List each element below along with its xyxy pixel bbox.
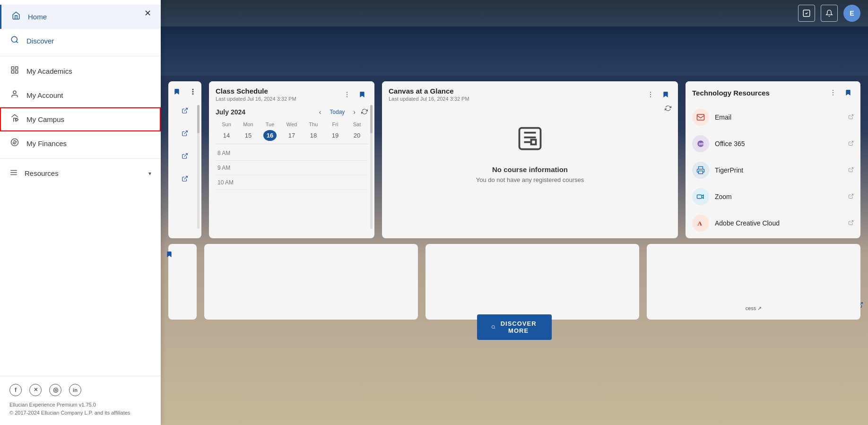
sidebar-item-finances-label: My Finances: [26, 139, 67, 147]
canvas-bookmark-btn[interactable]: [660, 89, 671, 100]
time-10am: 10 AM: [216, 175, 368, 190]
svg-rect-4: [16, 67, 18, 69]
class-schedule-subtitle: Last updated Jul 16, 2024 3:32 PM: [216, 96, 341, 102]
svg-point-46: [492, 326, 495, 329]
svg-point-13: [192, 89, 193, 90]
svg-line-35: [851, 141, 853, 144]
svg-line-32: [851, 114, 853, 117]
class-schedule-title: Class Schedule: [216, 87, 341, 95]
svg-line-37: [851, 167, 853, 170]
tech-more-btn[interactable]: [827, 87, 839, 98]
external-link-icon-4[interactable]: [179, 173, 191, 184]
sidebar-item-finances[interactable]: My Finances: [0, 131, 161, 156]
canvas-refresh-btn[interactable]: [665, 105, 671, 113]
sidebar-item-home[interactable]: Home: [0, 5, 161, 29]
resources-label: Resources: [25, 169, 59, 177]
tech-item-tigerprint[interactable]: TigerPrint: [686, 157, 860, 183]
svg-line-41: [851, 220, 853, 223]
bookmark-btn[interactable]: [356, 89, 368, 100]
cal-20[interactable]: 20: [350, 130, 364, 141]
linkedin-icon[interactable]: in: [69, 384, 81, 396]
time-10am-label: 10 AM: [217, 179, 234, 186]
card-row2-2: [425, 244, 639, 320]
partial-card-left: [168, 81, 201, 238]
external-link-icon-2[interactable]: [179, 128, 191, 139]
cal-refresh-btn[interactable]: [361, 108, 368, 116]
sidebar-item-discover[interactable]: Discover: [0, 29, 161, 53]
sidebar-item-academics-label: My Academics: [26, 67, 72, 75]
cal-today-btn[interactable]: Today: [327, 108, 347, 116]
tech-bookmark-btn[interactable]: [842, 87, 854, 98]
tech-item-email[interactable]: Email: [686, 104, 860, 130]
divider-1: [0, 56, 161, 56]
more-options-btn[interactable]: [341, 89, 353, 100]
scrollbar[interactable]: [197, 105, 200, 229]
office365-external-icon: [848, 140, 854, 147]
facebook-icon[interactable]: f: [9, 384, 22, 396]
svg-point-8: [16, 119, 18, 121]
cal-18[interactable]: 18: [307, 130, 320, 141]
sidebar-item-account[interactable]: My Account: [0, 83, 161, 107]
svg-rect-3: [11, 67, 14, 69]
svg-point-15: [192, 94, 193, 95]
sidebar-item-resources[interactable]: Resources ▾: [0, 162, 161, 185]
social-icons: f ✕ ◎ in: [9, 384, 151, 396]
discover-more-button[interactable]: DISCOVER MORE: [477, 314, 552, 340]
day-sat: Sat: [346, 121, 368, 128]
svg-rect-31: [697, 114, 704, 120]
zoom-external-icon: [848, 193, 854, 200]
svg-point-1: [11, 36, 17, 42]
tech-item-office365[interactable]: 365 Office 365: [686, 130, 860, 157]
cal-scrollbar[interactable]: [370, 105, 373, 229]
cal-next-btn[interactable]: ›: [351, 107, 357, 117]
cal-15[interactable]: 15: [242, 130, 255, 141]
svg-rect-5: [16, 71, 18, 73]
sidebar-item-home-label: Home: [28, 13, 47, 21]
bookmark-icon-partial[interactable]: [173, 88, 181, 95]
sidebar-item-academics[interactable]: My Academics: [0, 59, 161, 83]
calendar-month: July 2024: [216, 108, 313, 116]
tech-item-zoom[interactable]: Zoom: [686, 183, 860, 210]
cal-19[interactable]: 19: [329, 130, 342, 141]
svg-point-14: [192, 91, 193, 92]
access-label[interactable]: cess ↗: [746, 305, 762, 311]
zoom-label: Zoom: [715, 193, 842, 200]
close-button[interactable]: ✕: [141, 7, 154, 20]
adobe-icon: A: [692, 215, 709, 232]
cal-14[interactable]: 14: [220, 130, 233, 141]
cal-17[interactable]: 17: [285, 130, 298, 141]
time-8am: 8 AM: [216, 146, 368, 161]
external-link-icon-1[interactable]: [179, 105, 191, 116]
twitter-icon[interactable]: ✕: [29, 384, 42, 396]
canvas-empty-message: No course information: [492, 165, 568, 173]
cal-16-today[interactable]: 16: [263, 130, 277, 141]
canvas-more-btn[interactable]: [645, 89, 656, 100]
chevron-down-icon: ▾: [148, 170, 151, 177]
svg-point-30: [833, 95, 833, 95]
day-mon: Mon: [237, 121, 259, 128]
cal-scrollbar-thumb[interactable]: [370, 105, 373, 133]
copyright-text: © 2017-2024 Ellucian Company L.P. and it…: [9, 409, 151, 417]
sidebar-item-campus[interactable]: My Campus: [0, 107, 161, 131]
class-schedule-card: Class Schedule Last updated Jul 16, 2024…: [209, 81, 374, 238]
task-icon[interactable]: [798, 5, 815, 22]
notification-icon[interactable]: [821, 5, 838, 22]
calendar-grid: Sun Mon Tue Wed Thu Fri Sat 14 15 16 17 …: [209, 121, 374, 210]
more-icon[interactable]: [189, 88, 197, 95]
tigerprint-external-icon: [848, 167, 854, 174]
academics-icon: [9, 66, 20, 77]
svg-point-9: [11, 139, 18, 146]
bookmark-icon-2[interactable]: [165, 251, 173, 258]
tech-resources-header: Technology Resources: [686, 81, 860, 102]
main-content: Class Schedule Last updated Jul 16, 2024…: [161, 26, 868, 425]
cal-prev-btn[interactable]: ‹: [317, 107, 323, 117]
svg-text:A: A: [697, 220, 702, 227]
tech-item-adobe[interactable]: A Adobe Creative Cloud: [686, 210, 860, 236]
email-external-icon: [848, 114, 854, 121]
adobe-external-icon: [848, 220, 854, 227]
instagram-icon[interactable]: ◎: [49, 384, 61, 396]
scrollbar-thumb[interactable]: [197, 105, 200, 133]
user-avatar[interactable]: E: [843, 5, 860, 22]
external-link-icon-3[interactable]: [179, 150, 191, 162]
card-row2-1: [204, 244, 418, 320]
